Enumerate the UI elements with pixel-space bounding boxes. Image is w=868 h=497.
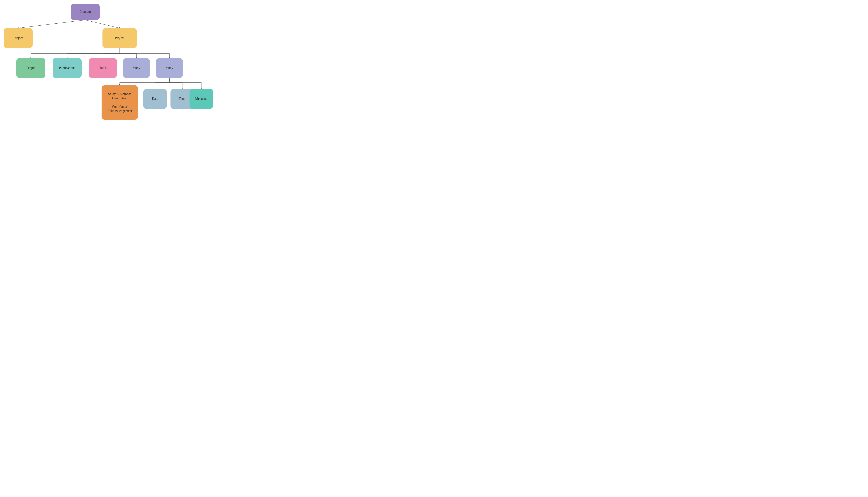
project-left-label: Project bbox=[14, 36, 23, 40]
publications-node: Publications bbox=[53, 58, 82, 78]
project-right-node: Project bbox=[102, 28, 137, 48]
tools-node: Tools bbox=[89, 58, 117, 78]
data1-node: Data bbox=[143, 89, 167, 109]
diagram-container: Program Project Project People Publicati… bbox=[0, 0, 217, 124]
metadata-node: Metadata bbox=[189, 89, 213, 109]
metadata-label: Metadata bbox=[195, 97, 207, 101]
tools-label: Tools bbox=[99, 66, 107, 70]
project-left-node: Project bbox=[4, 28, 33, 48]
study-methods-node: Study & Methods Description Contributor … bbox=[102, 85, 138, 120]
data1-label: Data bbox=[152, 97, 158, 101]
project-right-label: Project bbox=[115, 36, 125, 40]
people-node: People bbox=[16, 58, 45, 78]
svg-line-2 bbox=[85, 20, 120, 28]
publications-label: Publications bbox=[59, 66, 75, 70]
svg-line-0 bbox=[18, 20, 85, 28]
study1-node: Study bbox=[123, 58, 150, 78]
program-node: Program bbox=[71, 4, 100, 20]
program-label: Program bbox=[79, 10, 91, 14]
study2-node: Study bbox=[156, 58, 183, 78]
study2-label: Study bbox=[165, 66, 173, 70]
study1-label: Study bbox=[133, 66, 140, 70]
data2-label: Data bbox=[179, 97, 185, 101]
study-methods-label: Study & Methods Description Contributor … bbox=[103, 92, 136, 113]
people-label: People bbox=[27, 66, 35, 70]
